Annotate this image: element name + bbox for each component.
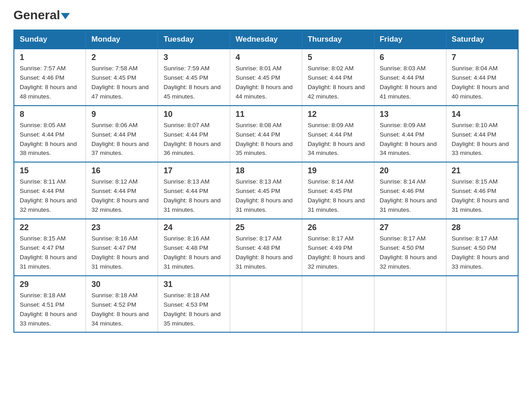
day-number: 13 xyxy=(380,110,441,119)
day-info: Sunrise: 8:15 AMSunset: 4:46 PMDaylight:… xyxy=(452,177,512,215)
day-info: Sunrise: 7:58 AMSunset: 4:45 PMDaylight:… xyxy=(91,64,152,102)
day-number: 9 xyxy=(91,110,152,119)
day-number: 14 xyxy=(452,110,512,119)
day-number: 15 xyxy=(20,166,80,176)
day-number: 4 xyxy=(236,53,296,62)
page-header: General xyxy=(13,9,519,21)
day-number: 30 xyxy=(91,280,152,289)
day-number: 21 xyxy=(452,166,512,176)
calendar-day-cell: 23Sunrise: 8:16 AMSunset: 4:47 PMDayligh… xyxy=(86,219,158,276)
calendar-day-cell: 16Sunrise: 8:12 AMSunset: 4:44 PMDayligh… xyxy=(86,162,158,219)
empty-cell xyxy=(374,276,446,333)
calendar-day-cell: 20Sunrise: 8:14 AMSunset: 4:46 PMDayligh… xyxy=(374,162,446,219)
weekday-header-thursday: Thursday xyxy=(302,30,374,49)
weekday-header-friday: Friday xyxy=(374,30,446,49)
weekday-header-sunday: Sunday xyxy=(14,30,86,49)
calendar-day-cell: 11Sunrise: 8:08 AMSunset: 4:44 PMDayligh… xyxy=(230,106,302,163)
day-info: Sunrise: 8:17 AMSunset: 4:48 PMDaylight:… xyxy=(236,234,296,272)
day-number: 31 xyxy=(163,280,224,289)
empty-cell xyxy=(302,276,374,333)
calendar-day-cell: 21Sunrise: 8:15 AMSunset: 4:46 PMDayligh… xyxy=(446,162,518,219)
calendar-day-cell: 29Sunrise: 8:18 AMSunset: 4:51 PMDayligh… xyxy=(14,276,86,333)
calendar-day-cell: 3Sunrise: 7:59 AMSunset: 4:45 PMDaylight… xyxy=(158,49,230,106)
day-info: Sunrise: 8:13 AMSunset: 4:44 PMDaylight:… xyxy=(163,177,224,215)
calendar-day-cell: 17Sunrise: 8:13 AMSunset: 4:44 PMDayligh… xyxy=(158,162,230,219)
day-info: Sunrise: 8:02 AMSunset: 4:44 PMDaylight:… xyxy=(308,64,369,102)
logo: General xyxy=(13,9,70,21)
day-info: Sunrise: 8:01 AMSunset: 4:45 PMDaylight:… xyxy=(236,64,296,102)
logo-arrow-icon xyxy=(61,13,70,19)
day-number: 1 xyxy=(20,53,80,62)
calendar-week-row: 1Sunrise: 7:57 AMSunset: 4:46 PMDaylight… xyxy=(14,49,518,106)
day-info: Sunrise: 8:06 AMSunset: 4:44 PMDaylight:… xyxy=(91,121,152,158)
day-number: 6 xyxy=(380,53,441,62)
calendar-table: SundayMondayTuesdayWednesdayThursdayFrid… xyxy=(13,30,519,333)
calendar-day-cell: 15Sunrise: 8:11 AMSunset: 4:44 PMDayligh… xyxy=(14,162,86,219)
calendar-day-cell: 22Sunrise: 8:15 AMSunset: 4:47 PMDayligh… xyxy=(14,219,86,276)
day-info: Sunrise: 8:14 AMSunset: 4:46 PMDaylight:… xyxy=(380,177,441,215)
calendar-day-cell: 10Sunrise: 8:07 AMSunset: 4:44 PMDayligh… xyxy=(158,106,230,163)
calendar-day-cell: 31Sunrise: 8:18 AMSunset: 4:53 PMDayligh… xyxy=(158,276,230,333)
day-number: 18 xyxy=(236,166,296,176)
day-number: 8 xyxy=(20,110,80,119)
empty-cell xyxy=(446,276,518,333)
day-number: 5 xyxy=(308,53,369,62)
day-number: 24 xyxy=(163,223,224,232)
calendar-day-cell: 1Sunrise: 7:57 AMSunset: 4:46 PMDaylight… xyxy=(14,49,86,106)
day-info: Sunrise: 8:18 AMSunset: 4:53 PMDaylight:… xyxy=(163,291,224,329)
day-info: Sunrise: 8:07 AMSunset: 4:44 PMDaylight:… xyxy=(163,121,224,158)
calendar-day-cell: 27Sunrise: 8:17 AMSunset: 4:50 PMDayligh… xyxy=(374,219,446,276)
day-number: 7 xyxy=(452,53,512,62)
day-info: Sunrise: 8:16 AMSunset: 4:47 PMDaylight:… xyxy=(91,234,152,272)
empty-cell xyxy=(230,276,302,333)
day-info: Sunrise: 8:10 AMSunset: 4:44 PMDaylight:… xyxy=(452,121,512,158)
day-info: Sunrise: 8:16 AMSunset: 4:48 PMDaylight:… xyxy=(163,234,224,272)
day-info: Sunrise: 8:17 AMSunset: 4:49 PMDaylight:… xyxy=(308,234,369,272)
weekday-header-saturday: Saturday xyxy=(446,30,518,49)
calendar-day-cell: 9Sunrise: 8:06 AMSunset: 4:44 PMDaylight… xyxy=(86,106,158,163)
day-info: Sunrise: 8:18 AMSunset: 4:52 PMDaylight:… xyxy=(91,291,152,329)
calendar-day-cell: 25Sunrise: 8:17 AMSunset: 4:48 PMDayligh… xyxy=(230,219,302,276)
weekday-header-wednesday: Wednesday xyxy=(230,30,302,49)
day-number: 25 xyxy=(236,223,296,232)
day-info: Sunrise: 8:15 AMSunset: 4:47 PMDaylight:… xyxy=(20,234,80,272)
calendar-day-cell: 13Sunrise: 8:09 AMSunset: 4:44 PMDayligh… xyxy=(374,106,446,163)
calendar-week-row: 29Sunrise: 8:18 AMSunset: 4:51 PMDayligh… xyxy=(14,276,518,333)
day-info: Sunrise: 8:08 AMSunset: 4:44 PMDaylight:… xyxy=(236,121,296,158)
calendar-day-cell: 6Sunrise: 8:03 AMSunset: 4:44 PMDaylight… xyxy=(374,49,446,106)
day-number: 22 xyxy=(20,223,80,232)
calendar-day-cell: 28Sunrise: 8:17 AMSunset: 4:50 PMDayligh… xyxy=(446,219,518,276)
calendar-day-cell: 5Sunrise: 8:02 AMSunset: 4:44 PMDaylight… xyxy=(302,49,374,106)
day-info: Sunrise: 8:03 AMSunset: 4:44 PMDaylight:… xyxy=(380,64,441,102)
day-number: 26 xyxy=(308,223,369,232)
day-number: 19 xyxy=(308,166,369,176)
day-number: 16 xyxy=(91,166,152,176)
day-info: Sunrise: 8:11 AMSunset: 4:44 PMDaylight:… xyxy=(20,177,80,215)
calendar-week-row: 22Sunrise: 8:15 AMSunset: 4:47 PMDayligh… xyxy=(14,219,518,276)
calendar-header-row: SundayMondayTuesdayWednesdayThursdayFrid… xyxy=(14,30,518,49)
calendar-day-cell: 12Sunrise: 8:09 AMSunset: 4:44 PMDayligh… xyxy=(302,106,374,163)
day-info: Sunrise: 8:13 AMSunset: 4:45 PMDaylight:… xyxy=(236,177,296,215)
day-number: 11 xyxy=(236,110,296,119)
calendar-day-cell: 26Sunrise: 8:17 AMSunset: 4:49 PMDayligh… xyxy=(302,219,374,276)
calendar-day-cell: 7Sunrise: 8:04 AMSunset: 4:44 PMDaylight… xyxy=(446,49,518,106)
day-info: Sunrise: 8:14 AMSunset: 4:45 PMDaylight:… xyxy=(308,177,369,215)
calendar-day-cell: 30Sunrise: 8:18 AMSunset: 4:52 PMDayligh… xyxy=(86,276,158,333)
calendar-day-cell: 24Sunrise: 8:16 AMSunset: 4:48 PMDayligh… xyxy=(158,219,230,276)
calendar-day-cell: 8Sunrise: 8:05 AMSunset: 4:44 PMDaylight… xyxy=(14,106,86,163)
day-number: 3 xyxy=(163,53,224,62)
calendar-day-cell: 4Sunrise: 8:01 AMSunset: 4:45 PMDaylight… xyxy=(230,49,302,106)
day-number: 27 xyxy=(380,223,441,232)
weekday-header-monday: Monday xyxy=(86,30,158,49)
day-info: Sunrise: 8:17 AMSunset: 4:50 PMDaylight:… xyxy=(380,234,441,272)
calendar-week-row: 8Sunrise: 8:05 AMSunset: 4:44 PMDaylight… xyxy=(14,106,518,163)
day-number: 28 xyxy=(452,223,512,232)
logo-general: General xyxy=(13,9,70,21)
day-number: 20 xyxy=(380,166,441,176)
day-info: Sunrise: 8:05 AMSunset: 4:44 PMDaylight:… xyxy=(20,121,80,158)
calendar-day-cell: 19Sunrise: 8:14 AMSunset: 4:45 PMDayligh… xyxy=(302,162,374,219)
day-info: Sunrise: 8:04 AMSunset: 4:44 PMDaylight:… xyxy=(452,64,512,102)
day-number: 23 xyxy=(91,223,152,232)
day-number: 12 xyxy=(308,110,369,119)
day-info: Sunrise: 8:17 AMSunset: 4:50 PMDaylight:… xyxy=(452,234,512,272)
